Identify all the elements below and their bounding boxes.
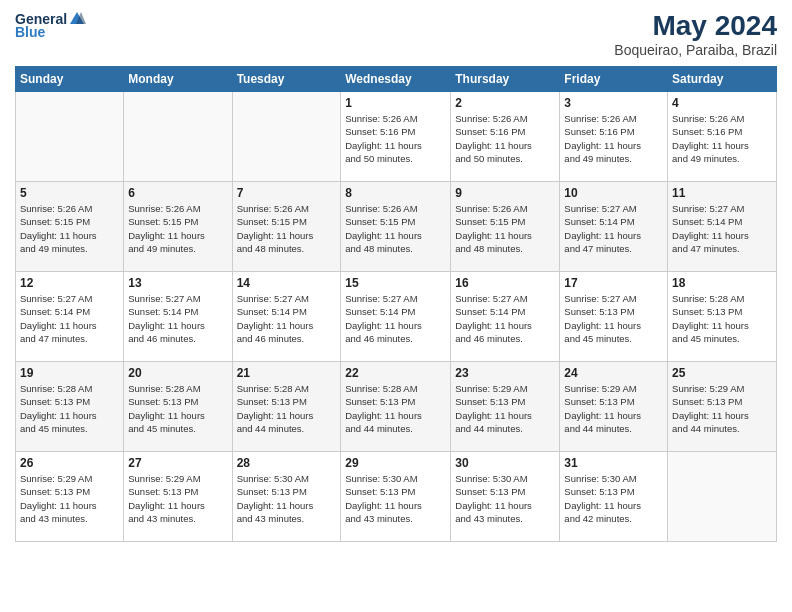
day-info: Sunrise: 5:30 AMSunset: 5:13 PMDaylight:… <box>564 472 663 525</box>
day-number: 4 <box>672 96 772 110</box>
day-number: 8 <box>345 186 446 200</box>
day-number: 7 <box>237 186 337 200</box>
title-section: May 2024 Boqueirao, Paraiba, Brazil <box>614 10 777 58</box>
main-title: May 2024 <box>614 10 777 42</box>
day-info: Sunrise: 5:28 AMSunset: 5:13 PMDaylight:… <box>128 382 227 435</box>
day-info: Sunrise: 5:27 AMSunset: 5:14 PMDaylight:… <box>20 292 119 345</box>
calendar-cell: 3Sunrise: 5:26 AMSunset: 5:16 PMDaylight… <box>560 92 668 182</box>
day-info: Sunrise: 5:26 AMSunset: 5:15 PMDaylight:… <box>128 202 227 255</box>
day-number: 31 <box>564 456 663 470</box>
day-number: 6 <box>128 186 227 200</box>
day-number: 22 <box>345 366 446 380</box>
day-number: 25 <box>672 366 772 380</box>
page-header: General Blue May 2024 Boqueirao, Paraiba… <box>15 10 777 58</box>
calendar-week-row: 12Sunrise: 5:27 AMSunset: 5:14 PMDayligh… <box>16 272 777 362</box>
day-info: Sunrise: 5:28 AMSunset: 5:13 PMDaylight:… <box>672 292 772 345</box>
day-info: Sunrise: 5:26 AMSunset: 5:16 PMDaylight:… <box>564 112 663 165</box>
day-number: 5 <box>20 186 119 200</box>
calendar-cell: 21Sunrise: 5:28 AMSunset: 5:13 PMDayligh… <box>232 362 341 452</box>
calendar-cell: 11Sunrise: 5:27 AMSunset: 5:14 PMDayligh… <box>668 182 777 272</box>
day-number: 26 <box>20 456 119 470</box>
day-info: Sunrise: 5:28 AMSunset: 5:13 PMDaylight:… <box>345 382 446 435</box>
calendar-cell <box>124 92 232 182</box>
col-sunday: Sunday <box>16 67 124 92</box>
day-number: 27 <box>128 456 227 470</box>
day-info: Sunrise: 5:26 AMSunset: 5:15 PMDaylight:… <box>237 202 337 255</box>
calendar-cell: 4Sunrise: 5:26 AMSunset: 5:16 PMDaylight… <box>668 92 777 182</box>
calendar-cell: 1Sunrise: 5:26 AMSunset: 5:16 PMDaylight… <box>341 92 451 182</box>
day-info: Sunrise: 5:28 AMSunset: 5:13 PMDaylight:… <box>237 382 337 435</box>
calendar-cell: 23Sunrise: 5:29 AMSunset: 5:13 PMDayligh… <box>451 362 560 452</box>
day-number: 24 <box>564 366 663 380</box>
calendar-cell: 19Sunrise: 5:28 AMSunset: 5:13 PMDayligh… <box>16 362 124 452</box>
day-number: 19 <box>20 366 119 380</box>
day-info: Sunrise: 5:26 AMSunset: 5:15 PMDaylight:… <box>455 202 555 255</box>
calendar-cell: 29Sunrise: 5:30 AMSunset: 5:13 PMDayligh… <box>341 452 451 542</box>
day-number: 28 <box>237 456 337 470</box>
col-wednesday: Wednesday <box>341 67 451 92</box>
col-saturday: Saturday <box>668 67 777 92</box>
calendar-week-row: 1Sunrise: 5:26 AMSunset: 5:16 PMDaylight… <box>16 92 777 182</box>
calendar-cell: 12Sunrise: 5:27 AMSunset: 5:14 PMDayligh… <box>16 272 124 362</box>
day-info: Sunrise: 5:29 AMSunset: 5:13 PMDaylight:… <box>455 382 555 435</box>
day-info: Sunrise: 5:26 AMSunset: 5:15 PMDaylight:… <box>345 202 446 255</box>
calendar-cell: 25Sunrise: 5:29 AMSunset: 5:13 PMDayligh… <box>668 362 777 452</box>
day-number: 30 <box>455 456 555 470</box>
day-info: Sunrise: 5:30 AMSunset: 5:13 PMDaylight:… <box>345 472 446 525</box>
day-number: 23 <box>455 366 555 380</box>
logo: General Blue <box>15 10 86 40</box>
day-number: 16 <box>455 276 555 290</box>
calendar-cell: 22Sunrise: 5:28 AMSunset: 5:13 PMDayligh… <box>341 362 451 452</box>
calendar-cell: 15Sunrise: 5:27 AMSunset: 5:14 PMDayligh… <box>341 272 451 362</box>
calendar-header-row: Sunday Monday Tuesday Wednesday Thursday… <box>16 67 777 92</box>
day-info: Sunrise: 5:29 AMSunset: 5:13 PMDaylight:… <box>672 382 772 435</box>
calendar-cell: 20Sunrise: 5:28 AMSunset: 5:13 PMDayligh… <box>124 362 232 452</box>
calendar-cell: 17Sunrise: 5:27 AMSunset: 5:13 PMDayligh… <box>560 272 668 362</box>
day-number: 29 <box>345 456 446 470</box>
day-info: Sunrise: 5:28 AMSunset: 5:13 PMDaylight:… <box>20 382 119 435</box>
calendar-cell: 7Sunrise: 5:26 AMSunset: 5:15 PMDaylight… <box>232 182 341 272</box>
calendar-cell: 31Sunrise: 5:30 AMSunset: 5:13 PMDayligh… <box>560 452 668 542</box>
calendar-week-row: 19Sunrise: 5:28 AMSunset: 5:13 PMDayligh… <box>16 362 777 452</box>
page-container: General Blue May 2024 Boqueirao, Paraiba… <box>0 0 792 552</box>
logo-icon <box>68 10 86 28</box>
day-info: Sunrise: 5:29 AMSunset: 5:13 PMDaylight:… <box>20 472 119 525</box>
calendar-table: Sunday Monday Tuesday Wednesday Thursday… <box>15 66 777 542</box>
day-info: Sunrise: 5:29 AMSunset: 5:13 PMDaylight:… <box>564 382 663 435</box>
calendar-cell: 30Sunrise: 5:30 AMSunset: 5:13 PMDayligh… <box>451 452 560 542</box>
calendar-cell: 27Sunrise: 5:29 AMSunset: 5:13 PMDayligh… <box>124 452 232 542</box>
col-tuesday: Tuesday <box>232 67 341 92</box>
calendar-cell: 28Sunrise: 5:30 AMSunset: 5:13 PMDayligh… <box>232 452 341 542</box>
calendar-cell <box>668 452 777 542</box>
day-info: Sunrise: 5:30 AMSunset: 5:13 PMDaylight:… <box>455 472 555 525</box>
day-info: Sunrise: 5:27 AMSunset: 5:14 PMDaylight:… <box>237 292 337 345</box>
day-number: 21 <box>237 366 337 380</box>
day-info: Sunrise: 5:30 AMSunset: 5:13 PMDaylight:… <box>237 472 337 525</box>
col-monday: Monday <box>124 67 232 92</box>
day-number: 11 <box>672 186 772 200</box>
day-number: 20 <box>128 366 227 380</box>
calendar-cell: 9Sunrise: 5:26 AMSunset: 5:15 PMDaylight… <box>451 182 560 272</box>
day-info: Sunrise: 5:27 AMSunset: 5:14 PMDaylight:… <box>672 202 772 255</box>
calendar-cell: 8Sunrise: 5:26 AMSunset: 5:15 PMDaylight… <box>341 182 451 272</box>
day-number: 18 <box>672 276 772 290</box>
day-number: 14 <box>237 276 337 290</box>
day-number: 17 <box>564 276 663 290</box>
day-number: 10 <box>564 186 663 200</box>
day-number: 15 <box>345 276 446 290</box>
calendar-cell: 13Sunrise: 5:27 AMSunset: 5:14 PMDayligh… <box>124 272 232 362</box>
calendar-cell: 26Sunrise: 5:29 AMSunset: 5:13 PMDayligh… <box>16 452 124 542</box>
day-info: Sunrise: 5:26 AMSunset: 5:15 PMDaylight:… <box>20 202 119 255</box>
day-number: 3 <box>564 96 663 110</box>
day-number: 12 <box>20 276 119 290</box>
calendar-cell: 16Sunrise: 5:27 AMSunset: 5:14 PMDayligh… <box>451 272 560 362</box>
day-number: 13 <box>128 276 227 290</box>
calendar-cell: 24Sunrise: 5:29 AMSunset: 5:13 PMDayligh… <box>560 362 668 452</box>
day-info: Sunrise: 5:26 AMSunset: 5:16 PMDaylight:… <box>345 112 446 165</box>
day-info: Sunrise: 5:27 AMSunset: 5:14 PMDaylight:… <box>455 292 555 345</box>
calendar-week-row: 26Sunrise: 5:29 AMSunset: 5:13 PMDayligh… <box>16 452 777 542</box>
day-info: Sunrise: 5:26 AMSunset: 5:16 PMDaylight:… <box>672 112 772 165</box>
day-number: 1 <box>345 96 446 110</box>
day-info: Sunrise: 5:27 AMSunset: 5:14 PMDaylight:… <box>345 292 446 345</box>
calendar-cell <box>16 92 124 182</box>
